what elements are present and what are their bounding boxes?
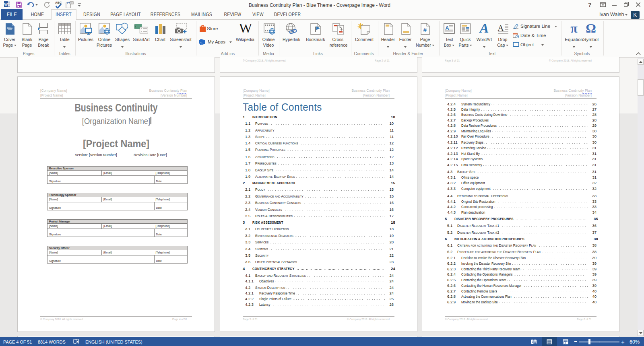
svg-text:A: A: [497, 23, 504, 33]
svg-text:A: A: [445, 25, 449, 31]
svg-text:W: W: [4, 2, 8, 6]
svg-text:#: #: [423, 26, 427, 33]
